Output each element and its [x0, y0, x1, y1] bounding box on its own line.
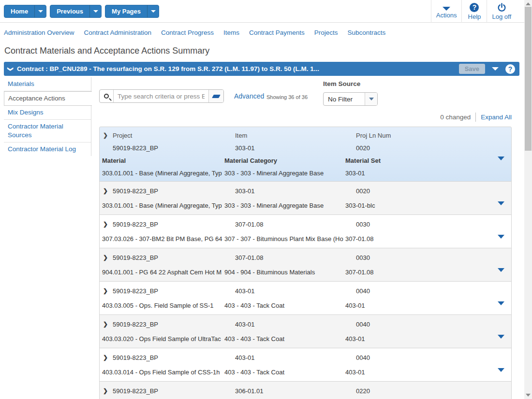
- search-clear-button[interactable]: [208, 90, 223, 102]
- sidebar-item-mix-designs[interactable]: Mix Designs: [4, 106, 91, 120]
- table-row[interactable]: ❯ 59019-8223_BP 307-01.08 0030 904.01.00…: [99, 248, 512, 282]
- search-input[interactable]: [114, 90, 208, 102]
- cell-item: 307-01.08: [235, 221, 356, 228]
- eraser-icon: [212, 95, 221, 98]
- expand-chevron-icon[interactable]: ❯: [103, 254, 113, 261]
- row-actions-arrow[interactable]: [498, 235, 504, 239]
- sidebar: Materials Acceptance Actions Mix Designs…: [4, 77, 91, 156]
- my-pages-button[interactable]: My Pages: [105, 5, 159, 18]
- scroll-up-arrow-icon[interactable]: [526, 2, 531, 5]
- item-source-select[interactable]: No Filter: [323, 92, 378, 106]
- sidebar-item-materials[interactable]: Materials: [4, 77, 91, 91]
- select-arrow-segment[interactable]: [365, 93, 377, 105]
- expand-chevron-icon[interactable]: ❯: [103, 354, 113, 361]
- my-pages-button-label: My Pages: [105, 5, 147, 17]
- caret-down-icon: [38, 10, 43, 13]
- nav-items[interactable]: Items: [223, 29, 239, 36]
- collapse-chevron-icon[interactable]: ❯: [7, 66, 14, 71]
- changed-count: 0 changed: [440, 114, 471, 121]
- scrollbar-thumb[interactable]: [525, 7, 532, 151]
- expand-chevron-icon[interactable]: ❯: [103, 221, 113, 228]
- cell-project: 59019-8223_BP: [113, 221, 235, 228]
- previous-button[interactable]: Previous: [50, 5, 102, 18]
- scroll-down-arrow-icon[interactable]: [526, 394, 531, 397]
- cell-project: 59019-8223_BP: [113, 387, 235, 395]
- nav-contract-progress[interactable]: Contract Progress: [161, 29, 214, 36]
- row-actions-arrow[interactable]: [498, 201, 504, 205]
- vertical-scrollbar[interactable]: [524, 0, 532, 399]
- table-row[interactable]: ❯ 59019-8223_BP 303-01 0020 303.01.001 -…: [99, 181, 512, 215]
- logoff-menu[interactable]: Log off: [487, 0, 516, 23]
- cell-material-category: 904 - 904 - Bituminous Materials: [224, 269, 345, 276]
- row-actions-arrow[interactable]: [498, 268, 504, 272]
- previous-dropdown-caret[interactable]: [89, 5, 101, 17]
- table-row[interactable]: ❯ 59019-8223_BP 403-01 0040 403.03.005 -…: [99, 281, 512, 315]
- item-source-label: Item Source: [323, 80, 360, 87]
- cell-material: 307.03.026 - 307-BM2 Bit PM Base, PG 64: [102, 235, 224, 242]
- column-header-material: Material: [102, 157, 224, 164]
- cell-proj-ln-num: 0040: [356, 321, 511, 328]
- cell-material-set: 403-01: [345, 335, 511, 342]
- table-status-row: 0 changed Expand All: [99, 112, 512, 122]
- expand-chevron-icon[interactable]: ❯: [103, 287, 113, 294]
- cell-proj-ln-num: 0040: [356, 354, 511, 361]
- row-actions-arrow[interactable]: [498, 157, 504, 160]
- breadcrumb-nav: Administration Overview Contract Adminis…: [4, 23, 385, 42]
- my-pages-dropdown-caret[interactable]: [147, 5, 159, 17]
- column-header-material-set: Material Set: [345, 157, 511, 164]
- page-title: Contract Materials and Acceptance Action…: [4, 46, 209, 56]
- column-header-material-category: Material Category: [224, 157, 345, 164]
- row-values-line: ❯ 59019-8223_BP 403-01 0040: [100, 350, 511, 365]
- row-actions-arrow[interactable]: [498, 335, 504, 339]
- expand-chevron-icon[interactable]: ❯: [103, 132, 113, 139]
- row-actions-arrow[interactable]: [498, 301, 504, 305]
- previous-button-label: Previous: [50, 5, 89, 17]
- nav-contract-administration[interactable]: Contract Administration: [84, 29, 152, 36]
- help-menu[interactable]: ? Help: [461, 0, 487, 23]
- utility-menu: Actions ? Help Log off: [431, 0, 516, 23]
- help-icon: ?: [470, 3, 479, 12]
- material-values-line: 403.03.020 - Ops Field Sample of UltraTa…: [100, 331, 511, 346]
- nav-projects[interactable]: Projects: [314, 29, 338, 36]
- table-row[interactable]: ❯ 59019-8223_BP 307-01.08 0030 307.03.02…: [99, 214, 512, 248]
- column-header-proj-ln-num: Proj Ln Num: [356, 132, 511, 139]
- banner-help-icon[interactable]: ?: [505, 64, 515, 74]
- home-button[interactable]: Home: [4, 5, 46, 18]
- nav-contract-payments[interactable]: Contract Payments: [249, 29, 305, 36]
- sidebar-item-acceptance-actions[interactable]: Acceptance Actions: [4, 91, 92, 106]
- expand-all-link[interactable]: Expand All: [481, 114, 512, 121]
- cell-material-set: 303-01-blc: [345, 202, 511, 209]
- material-values-line: 904.01.001 - PG 64 22 Asphalt Cem Hot M …: [100, 265, 511, 279]
- actions-menu[interactable]: Actions: [431, 0, 462, 23]
- logoff-label: Log off: [492, 13, 511, 20]
- acceptance-actions-table: ❯ Project Item Proj Ln Num 59019-8223_BP…: [99, 127, 512, 399]
- cell-item: 303-01: [235, 187, 356, 195]
- expand-chevron-icon[interactable]: ❯: [103, 321, 113, 328]
- top-bar: Home Previous My Pages Actions ? Help Lo…: [0, 0, 524, 23]
- cell-proj-ln-num: 0030: [356, 221, 511, 228]
- cell-material-category: 303 - 303 - Mineral Aggregate Base: [224, 202, 345, 209]
- expand-chevron-icon[interactable]: ❯: [103, 387, 113, 394]
- cell-material: 303.01.001 - Base (Mineral Aggregate, Ty…: [102, 202, 224, 209]
- actions-caret-icon: [443, 7, 450, 11]
- cell-item: 403-01: [235, 321, 356, 328]
- table-row[interactable]: ❯ 59019-8223_BP 403-01 0040 403.03.020 -…: [99, 314, 512, 348]
- save-button[interactable]: Save: [459, 64, 485, 74]
- table-row[interactable]: ❯ 59019-8223_BP 306-01.01 0220: [99, 381, 512, 399]
- sidebar-item-contractor-material-sources[interactable]: Contractor Material Sources: [4, 120, 91, 142]
- cell-material: 904.01.001 - PG 64 22 Asphalt Cem Hot M: [102, 269, 224, 276]
- power-icon: [497, 3, 506, 12]
- caret-down-icon: [369, 98, 374, 100]
- nav-subcontracts[interactable]: Subcontracts: [348, 29, 386, 36]
- expand-chevron-icon[interactable]: ❯: [103, 187, 113, 194]
- table-row[interactable]: ❯ 59019-8223_BP 403-01 0040 403.03.014 -…: [99, 348, 512, 382]
- nav-administration-overview[interactable]: Administration Overview: [4, 29, 74, 36]
- table-row[interactable]: ❯ Project Item Proj Ln Num 59019-8223_BP…: [99, 127, 512, 182]
- home-dropdown-caret[interactable]: [34, 5, 46, 17]
- sidebar-item-contractor-material-log[interactable]: Contractor Material Log: [4, 142, 91, 156]
- column-header-item: Item: [235, 132, 356, 139]
- caret-down-icon: [93, 10, 98, 13]
- row-actions-arrow[interactable]: [498, 368, 504, 372]
- banner-actions-caret-icon[interactable]: [492, 67, 499, 71]
- advanced-link[interactable]: Advanced: [234, 92, 264, 100]
